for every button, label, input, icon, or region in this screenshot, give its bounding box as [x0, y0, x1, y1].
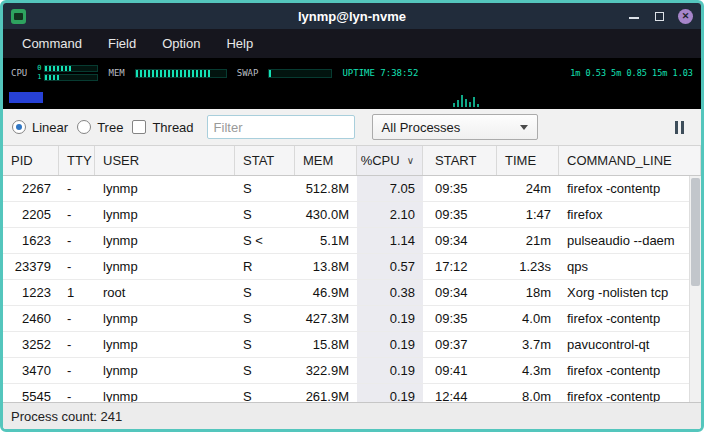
mem-bar: [135, 69, 227, 78]
system-monitor-strip: CPU 0 1 MEM SWAP UPTIME 7:38:52 1m 0.53 …: [3, 58, 701, 88]
cell-start: 09:35: [423, 306, 497, 331]
table-row[interactable]: 1623-lynmpS <5.1M1.1409:3421mpulseaudio …: [3, 228, 689, 254]
cell-cpu: 1.14: [357, 228, 423, 253]
menu-help[interactable]: Help: [213, 31, 266, 56]
cell-tty: -: [59, 228, 95, 253]
cell-cpu: 7.05: [357, 176, 423, 201]
pause-button[interactable]: [666, 115, 692, 139]
cell-command-line: firefox -contentp: [559, 358, 689, 383]
cell-command-line: firefox: [559, 202, 689, 227]
cpu-core1-label: 1: [37, 74, 41, 81]
cell-tty: -: [59, 384, 95, 402]
cell-pid: 2460: [3, 306, 59, 331]
cell-pid: 1223: [3, 280, 59, 305]
column-header-command-line[interactable]: COMMAND_LINE: [559, 146, 701, 175]
tree-radio-option[interactable]: Tree: [77, 120, 123, 135]
cell-time: 18m: [497, 280, 559, 305]
cell-pid: 3252: [3, 332, 59, 357]
cell-user: lynmp: [95, 228, 235, 253]
minimize-button[interactable]: [628, 10, 640, 22]
cpu-core0-bar: [44, 65, 98, 72]
pause-icon: [681, 121, 684, 134]
table-row[interactable]: 23379-lynmpR13.8M0.5717:121.23sqps: [3, 254, 689, 280]
column-header-pid[interactable]: PID: [3, 146, 59, 175]
cell-start: 09:35: [423, 202, 497, 227]
vertical-scrollbar[interactable]: [689, 176, 701, 402]
linear-radio-option[interactable]: Linear: [12, 120, 68, 135]
maximize-button[interactable]: [653, 10, 665, 22]
swap-bar: [268, 69, 332, 78]
cell-stat: S <: [235, 228, 295, 253]
cell-cpu: 0.19: [357, 306, 423, 331]
cell-time: 1:47: [497, 202, 559, 227]
cell-stat: R: [235, 254, 295, 279]
menu-option[interactable]: Option: [149, 31, 213, 56]
cell-mem: 322.9M: [295, 358, 357, 383]
filter-input[interactable]: [207, 115, 355, 139]
table-row[interactable]: 12231rootS46.9M0.3809:3418mXorg -noliste…: [3, 280, 689, 306]
close-button[interactable]: ✕: [678, 9, 693, 24]
menu-field[interactable]: Field: [95, 31, 149, 56]
cell-command-line: firefox -contentp: [559, 176, 689, 201]
column-header-start[interactable]: START: [423, 146, 497, 175]
cell-mem: 15.8M: [295, 332, 357, 357]
thread-checkbox-option[interactable]: Thread: [132, 120, 193, 135]
cell-tty: -: [59, 202, 95, 227]
cell-stat: S: [235, 176, 295, 201]
menu-command[interactable]: Command: [9, 31, 95, 56]
table-row[interactable]: 5545-lynmpS261.9M0.1912:448.0mfirefox -c…: [3, 384, 689, 402]
cell-pid: 5545: [3, 384, 59, 402]
linear-radio-icon[interactable]: [12, 120, 26, 134]
cell-cpu: 0.19: [357, 358, 423, 383]
column-header-user[interactable]: USER: [95, 146, 235, 175]
cell-mem: 261.9M: [295, 384, 357, 402]
process-count-text: Process count: 241: [11, 409, 122, 424]
column-header-stat[interactable]: STAT: [235, 146, 295, 175]
process-scope-value: All Processes: [382, 120, 461, 135]
titlebar[interactable]: lynmp@lyn-nvme ✕: [3, 3, 701, 29]
scrollbar-thumb[interactable]: [691, 178, 700, 286]
column-header-tty[interactable]: TTY: [59, 146, 95, 175]
cell-stat: S: [235, 384, 295, 402]
cell-cpu: 2.10: [357, 202, 423, 227]
cpu-meters: 0 1: [37, 65, 98, 81]
cell-start: 09:35: [423, 176, 497, 201]
cpu-core0-label: 0: [37, 65, 41, 72]
cell-time: 3.7m: [497, 332, 559, 357]
table-row[interactable]: 3252-lynmpS15.8M0.1909:373.7mpavucontrol…: [3, 332, 689, 358]
table-row[interactable]: 2205-lynmpS430.0M2.1009:351:47firefox: [3, 202, 689, 228]
window-controls: ✕: [628, 9, 693, 24]
cpu-core1-bar: [44, 74, 98, 81]
column-header-cpu[interactable]: %CPU∨: [357, 146, 423, 175]
cell-stat: S: [235, 280, 295, 305]
cell-user: lynmp: [95, 306, 235, 331]
table-row[interactable]: 3470-lynmpS322.9M0.1909:414.3mfirefox -c…: [3, 358, 689, 384]
column-header-mem[interactable]: MEM: [295, 146, 357, 175]
tree-radio-icon[interactable]: [77, 120, 91, 134]
cell-time: 24m: [497, 176, 559, 201]
cell-cpu: 0.19: [357, 384, 423, 402]
column-header-time[interactable]: TIME: [497, 146, 559, 175]
table-row[interactable]: 2460-lynmpS427.3M0.1909:354.0mfirefox -c…: [3, 306, 689, 332]
process-scope-select[interactable]: All Processes: [372, 114, 538, 140]
cell-command-line: firefox -contentp: [559, 306, 689, 331]
cell-user: lynmp: [95, 202, 235, 227]
cell-cpu: 0.19: [357, 332, 423, 357]
table-body: 2267-lynmpS512.8M7.0509:3524mfirefox -co…: [3, 176, 689, 402]
cell-user: lynmp: [95, 176, 235, 201]
cell-pid: 23379: [3, 254, 59, 279]
toolbar: Linear Tree Thread All Processes: [3, 109, 701, 146]
tree-label: Tree: [97, 120, 123, 135]
table-header: PIDTTYUSERSTATMEM%CPU∨STARTTIMECOMMAND_L…: [3, 146, 701, 176]
cell-tty: -: [59, 332, 95, 357]
cell-tty: -: [59, 306, 95, 331]
cell-stat: S: [235, 332, 295, 357]
cell-tty: -: [59, 254, 95, 279]
thread-label: Thread: [152, 120, 193, 135]
cell-start: 12:44: [423, 384, 497, 402]
cell-start: 09:34: [423, 228, 497, 253]
table-row[interactable]: 2267-lynmpS512.8M7.0509:3524mfirefox -co…: [3, 176, 689, 202]
load-average-text: 1m 0.53 5m 0.85 15m 1.03: [570, 68, 693, 78]
load-history-strip: [3, 88, 701, 109]
thread-checkbox-icon[interactable]: [132, 120, 146, 134]
